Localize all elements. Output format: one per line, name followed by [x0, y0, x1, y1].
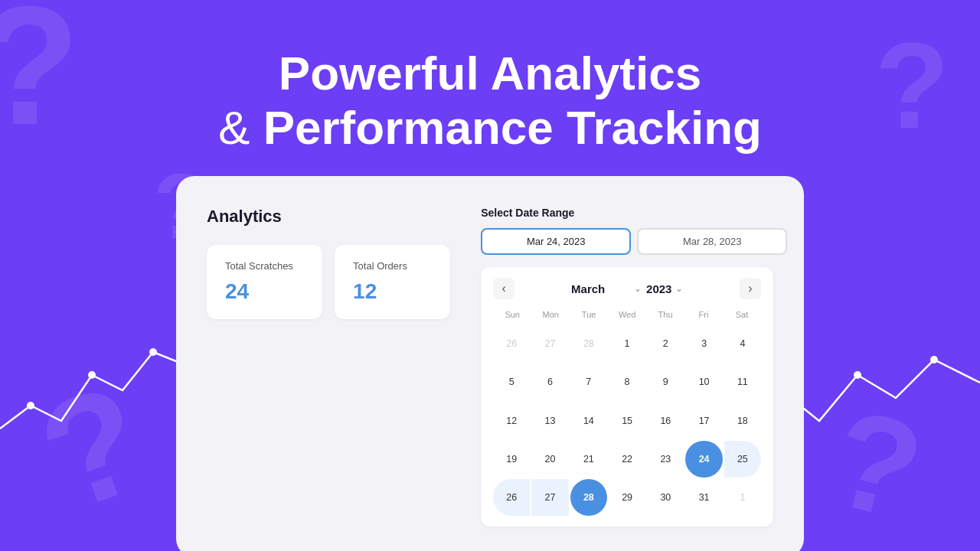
- cal-cell[interactable]: 8: [609, 364, 645, 400]
- cal-cell[interactable]: 11: [724, 364, 761, 400]
- cal-cell[interactable]: 6: [531, 364, 568, 400]
- cal-cell[interactable]: 2: [647, 325, 684, 362]
- cal-cell[interactable]: 18: [724, 403, 761, 439]
- metric-card-orders: Total Orders 12: [335, 245, 450, 319]
- cal-cell[interactable]: 4: [724, 325, 761, 362]
- cal-cell[interactable]: 27: [531, 479, 568, 516]
- cal-cell[interactable]: 10: [685, 364, 722, 400]
- cal-cell[interactable]: 30: [647, 479, 684, 516]
- analytics-title: Analytics: [207, 207, 450, 227]
- metric-value-scratches: 24: [225, 279, 249, 304]
- cal-cell[interactable]: 29: [609, 479, 645, 516]
- metrics-row: Total Scratches 24 Total Orders 12: [207, 245, 450, 319]
- day-name-thu: Thu: [646, 307, 684, 322]
- day-name-tue: Tue: [570, 307, 608, 322]
- hero-line1: Powerful Analytics: [279, 47, 701, 99]
- metric-card-scratches: Total Scratches 24: [207, 245, 322, 319]
- day-name-sat: Sat: [723, 307, 761, 322]
- cal-cell[interactable]: 7: [570, 364, 607, 400]
- cal-cell[interactable]: 14: [570, 403, 607, 439]
- cal-month-year: JanuaryFebruaryMarch AprilMayJune JulyAu…: [571, 282, 683, 295]
- svg-point-4: [854, 371, 861, 379]
- cal-cell[interactable]: 25: [724, 441, 761, 478]
- cal-cell[interactable]: 19: [493, 441, 530, 478]
- calendar: ‹ JanuaryFebruaryMarch AprilMayJune July…: [481, 267, 773, 527]
- metric-label-scratches: Total Scratches: [225, 260, 293, 272]
- cal-cell[interactable]: 21: [570, 441, 607, 478]
- line-chart-left: [0, 306, 199, 459]
- hero-line2-prefix: &: [218, 101, 263, 154]
- cal-cell[interactable]: 15: [609, 403, 645, 439]
- metric-label-orders: Total Orders: [353, 260, 407, 272]
- date-picker-section: Select Date Range ‹ JanuaryFebruaryMarch…: [481, 207, 773, 527]
- date-range-label: Select Date Range: [481, 207, 773, 219]
- month-select-wrap: JanuaryFebruaryMarch AprilMayJune JulyAu…: [571, 282, 642, 295]
- main-card: Analytics Total Scratches 24 Total Order…: [176, 176, 804, 551]
- svg-point-1: [88, 371, 96, 379]
- cal-cell[interactable]: 1: [724, 479, 761, 516]
- cal-cell[interactable]: 13: [531, 403, 568, 439]
- cal-cell[interactable]: 20: [531, 441, 568, 478]
- day-name-fri: Fri: [684, 307, 723, 322]
- cal-cell[interactable]: 17: [685, 403, 722, 439]
- cal-header: ‹ JanuaryFebruaryMarch AprilMayJune July…: [493, 278, 761, 299]
- cal-cell[interactable]: 26: [493, 479, 530, 516]
- cal-cell[interactable]: 27: [531, 325, 568, 362]
- svg-point-0: [27, 402, 34, 409]
- analytics-section: Analytics Total Scratches 24 Total Order…: [207, 207, 450, 527]
- cal-cell[interactable]: 31: [685, 479, 722, 516]
- prev-month-button[interactable]: ‹: [493, 278, 514, 299]
- svg-point-2: [149, 348, 157, 356]
- day-name-mon: Mon: [531, 307, 570, 322]
- next-month-button[interactable]: ›: [740, 278, 761, 299]
- cal-cell[interactable]: 24: [685, 441, 722, 478]
- cal-cell[interactable]: 28: [570, 325, 607, 362]
- cal-cell[interactable]: 26: [493, 325, 530, 362]
- hero-line2-bold: Performance Tracking: [263, 101, 762, 154]
- cal-days-header: Sun Mon Tue Wed Thu Fri Sat: [493, 307, 761, 322]
- cal-cell[interactable]: 5: [493, 364, 530, 400]
- cal-cell[interactable]: 16: [647, 403, 684, 439]
- hero-title: Powerful Analytics & Performance Trackin…: [0, 46, 980, 155]
- cal-cell[interactable]: 23: [647, 441, 684, 478]
- cal-grid: 2627281234567891011121314151617181920212…: [493, 325, 761, 516]
- day-name-wed: Wed: [608, 307, 646, 322]
- cal-cell[interactable]: 1: [609, 325, 645, 362]
- cal-cell[interactable]: 12: [493, 403, 530, 439]
- start-date-input[interactable]: [481, 228, 631, 255]
- cal-cell[interactable]: 28: [570, 479, 607, 516]
- year-select[interactable]: 202120222023 20242025: [646, 282, 683, 295]
- end-date-input[interactable]: [637, 228, 787, 255]
- year-select-wrap: 202120222023 20242025: [646, 282, 683, 295]
- metric-value-orders: 12: [353, 279, 377, 304]
- cal-cell[interactable]: 22: [609, 441, 645, 478]
- svg-point-5: [930, 356, 938, 364]
- cal-cell[interactable]: 9: [647, 364, 684, 400]
- day-name-sun: Sun: [493, 307, 531, 322]
- month-select[interactable]: JanuaryFebruaryMarch AprilMayJune JulyAu…: [571, 282, 642, 295]
- cal-cell[interactable]: 3: [685, 325, 722, 362]
- date-inputs-row: [481, 228, 773, 255]
